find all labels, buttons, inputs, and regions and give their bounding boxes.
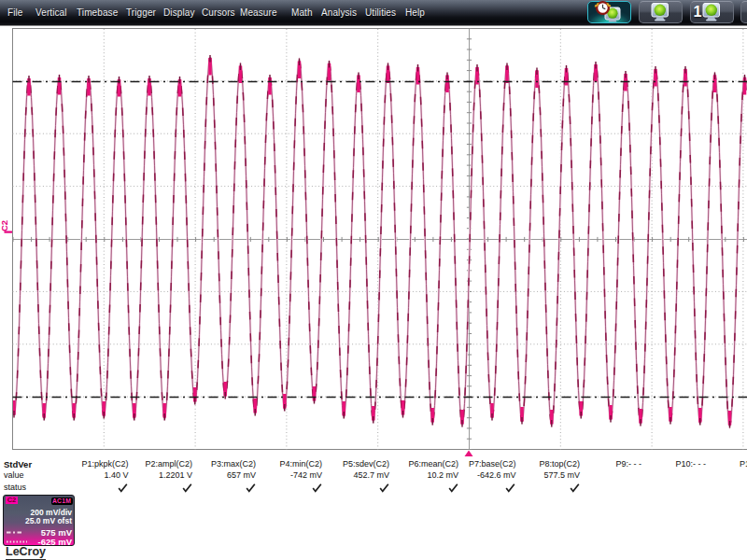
svg-text:C2: C2	[0, 220, 9, 231]
